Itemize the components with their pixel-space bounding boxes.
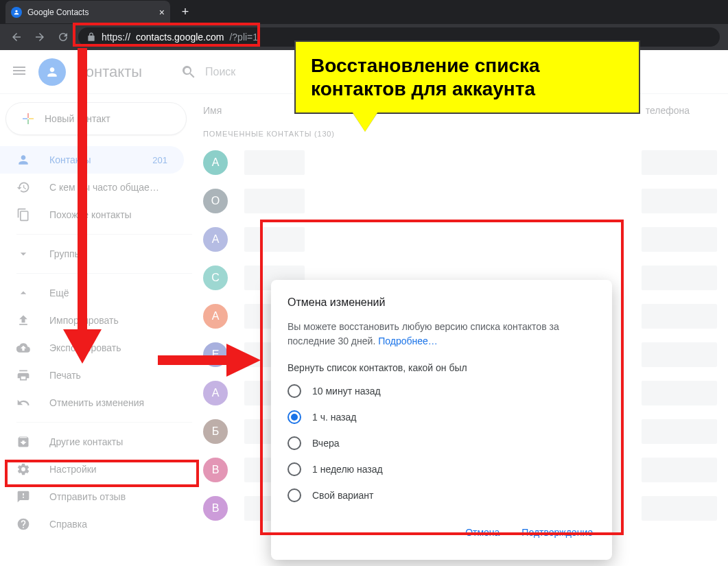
nav-back-button[interactable] [8,29,25,45]
radio-label: Вчера [312,438,340,449]
radio-icon [287,488,301,502]
close-icon[interactable]: × [159,7,165,18]
radio-icon [287,384,301,398]
browser-tab[interactable]: Google Contacts × [5,1,170,23]
confirm-button[interactable]: Подтверждение [519,521,596,543]
dialog-subheading: Вернуть список контактов, какой он был [287,362,596,373]
tab-favicon [11,7,22,18]
dialog-description: Вы можете восстановить любую версию спис… [287,320,596,349]
radio-option-4[interactable]: Свой вариант [287,488,596,502]
radio-icon [287,436,301,450]
radio-label: 1 неделю назад [312,464,383,475]
nav-forward-button[interactable] [32,29,48,45]
radio-icon [287,410,301,424]
radio-label: 1 ч. назад [312,412,356,423]
url-path: /?pli=1 [229,32,258,43]
browser-tab-strip: Google Contacts × + [0,0,728,24]
dialog-title: Отмена изменений [287,296,596,309]
radio-label: 10 минут назад [312,386,381,397]
new-tab-button[interactable]: + [176,3,195,22]
radio-icon [287,462,301,476]
cancel-button[interactable]: Отмена [462,521,502,543]
radio-option-1[interactable]: 1 ч. назад [287,410,596,424]
lock-icon [86,32,96,42]
url-scheme: https:// [102,32,130,43]
annotation-callout: Восстановление списка контактов для акка… [294,40,640,114]
radio-option-3[interactable]: 1 неделю назад [287,462,596,476]
learn-more-link[interactable]: Подробнее… [378,335,438,346]
undo-dialog: Отмена изменений Вы можете восстановить … [271,280,612,560]
annotation-callout-tail [350,108,380,132]
nav-reload-button[interactable] [55,29,71,45]
tab-title: Google Contacts [27,8,154,17]
url-host: contacts.google.com [136,32,224,43]
radio-option-2[interactable]: Вчера [287,436,596,450]
radio-option-0[interactable]: 10 минут назад [287,384,596,398]
radio-label: Свой вариант [312,490,374,501]
